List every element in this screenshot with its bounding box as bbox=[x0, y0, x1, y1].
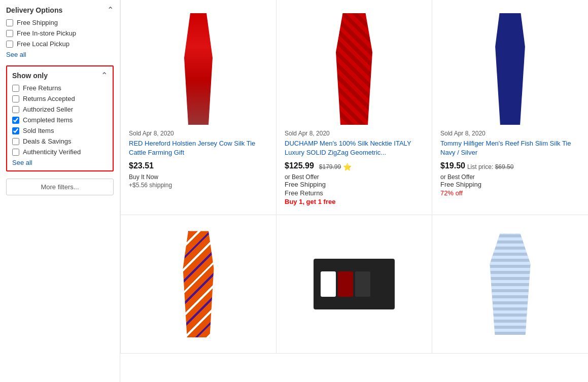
free-shipping-checkbox[interactable] bbox=[6, 19, 13, 26]
deals-savings-checkbox[interactable] bbox=[12, 138, 19, 145]
list-price: List price: $69.50 bbox=[467, 163, 513, 170]
deals-savings-label: Deals & Savings bbox=[23, 137, 71, 145]
bowtie-dark bbox=[355, 271, 370, 297]
product-card bbox=[276, 215, 432, 354]
filter-free-returns[interactable]: Free Returns bbox=[12, 84, 108, 92]
show-only-header: Show only ⌃ bbox=[12, 71, 108, 80]
filter-free-local-pickup[interactable]: Free Local Pickup bbox=[6, 40, 114, 48]
price: $23.51 bbox=[129, 161, 154, 170]
sold-date: Sold Apr 8, 2020 bbox=[285, 130, 424, 137]
product-image bbox=[493, 13, 528, 125]
filter-completed-items[interactable]: Completed Items bbox=[12, 116, 108, 124]
product-title[interactable]: Tommy Hilfiger Men's Reef Fish Slim Silk… bbox=[440, 139, 580, 157]
best-offer: or Best Offer bbox=[285, 173, 424, 181]
product-title[interactable]: RED Hereford Holstien Jersey Cow Silk Ti… bbox=[129, 139, 268, 157]
returns-accepted-checkbox[interactable] bbox=[12, 95, 19, 102]
price: $19.50 bbox=[440, 161, 465, 170]
more-filters-button[interactable]: More filters... bbox=[6, 179, 114, 195]
delivery-options-title: Delivery Options bbox=[6, 6, 62, 14]
show-only-title: Show only bbox=[12, 72, 48, 80]
free-local-label: Free Local Pickup bbox=[17, 40, 70, 48]
product-card: Sold Apr 8, 2020 DUCHAMP Men's 100% Silk… bbox=[276, 0, 432, 215]
bowtie-black bbox=[372, 271, 388, 297]
delivery-options-collapse-icon[interactable]: ⌃ bbox=[107, 5, 114, 15]
product-image-container bbox=[285, 8, 424, 130]
product-card bbox=[432, 215, 588, 354]
filter-free-instore-pickup[interactable]: Free In-store Pickup bbox=[6, 29, 114, 37]
discount-percentage: 72% off bbox=[440, 189, 580, 197]
show-only-see-all[interactable]: See all bbox=[12, 159, 108, 166]
product-image-container bbox=[285, 223, 424, 345]
product-image bbox=[178, 13, 219, 125]
sidebar: Delivery Options ⌃ Free Shipping Free In… bbox=[0, 0, 120, 382]
filter-authorized-seller[interactable]: Authorized Seller bbox=[12, 106, 108, 113]
price: $125.99 bbox=[285, 161, 314, 170]
product-image-container bbox=[440, 8, 580, 130]
authenticity-verified-checkbox[interactable] bbox=[12, 149, 19, 156]
list-price-value: $69.50 bbox=[495, 163, 514, 170]
sold-items-checkbox[interactable] bbox=[12, 127, 19, 134]
delivery-options-section: Delivery Options ⌃ Free Shipping Free In… bbox=[6, 5, 114, 58]
sold-date: Sold Apr 8, 2020 bbox=[129, 130, 268, 137]
product-image bbox=[331, 13, 377, 125]
sold-date: Sold Apr 8, 2020 bbox=[440, 130, 580, 137]
delivery-options-see-all[interactable]: See all bbox=[6, 51, 114, 58]
free-shipping: Free Shipping bbox=[285, 181, 424, 188]
filter-deals-savings[interactable]: Deals & Savings bbox=[12, 137, 108, 145]
delivery-options-header: Delivery Options ⌃ bbox=[6, 5, 114, 15]
product-image-container bbox=[129, 223, 268, 345]
filter-free-shipping[interactable]: Free Shipping bbox=[6, 19, 114, 26]
product-card: Sold Apr 8, 2020 Tommy Hilfiger Men's Re… bbox=[432, 0, 588, 215]
bowtie-white bbox=[321, 271, 336, 297]
filter-returns-accepted[interactable]: Returns Accepted bbox=[12, 95, 108, 102]
authorized-seller-checkbox[interactable] bbox=[12, 106, 19, 113]
free-shipping-label: Free Shipping bbox=[17, 19, 58, 26]
free-returns-label: Free Returns bbox=[23, 84, 61, 92]
price-row: $23.51 bbox=[129, 161, 268, 172]
product-image bbox=[178, 231, 219, 337]
product-image bbox=[485, 233, 536, 335]
free-local-checkbox[interactable] bbox=[6, 41, 13, 48]
show-only-section: Show only ⌃ Free Returns Returns Accepte… bbox=[6, 65, 114, 171]
product-image-container bbox=[129, 8, 268, 130]
product-image-container bbox=[440, 223, 580, 345]
free-instore-checkbox[interactable] bbox=[6, 30, 13, 37]
filter-authenticity-verified[interactable]: Authenticity Verified bbox=[12, 148, 108, 156]
product-grid: Sold Apr 8, 2020 RED Hereford Holstien J… bbox=[120, 0, 588, 354]
best-offer: or Best Offer bbox=[440, 173, 580, 181]
product-image bbox=[314, 259, 395, 309]
price-row: $125.99 $179.99 ⭐ bbox=[285, 161, 424, 172]
returns-accepted-label: Returns Accepted bbox=[23, 95, 75, 102]
filter-sold-items[interactable]: Sold Items bbox=[12, 127, 108, 134]
product-card: Sold Apr 8, 2020 RED Hereford Holstien J… bbox=[121, 0, 276, 215]
product-card bbox=[121, 215, 276, 354]
free-returns: Free Returns bbox=[285, 189, 424, 197]
show-only-collapse-icon[interactable]: ⌃ bbox=[101, 71, 108, 80]
completed-items-label: Completed Items bbox=[23, 116, 73, 124]
gold-star-icon: ⭐ bbox=[343, 163, 352, 171]
authorized-seller-label: Authorized Seller bbox=[23, 106, 73, 113]
free-returns-checkbox[interactable] bbox=[12, 85, 19, 92]
shipping-cost: +$5.56 shipping bbox=[129, 182, 268, 189]
authenticity-verified-label: Authenticity Verified bbox=[23, 148, 81, 156]
sold-items-label: Sold Items bbox=[23, 127, 54, 134]
free-instore-label: Free In-store Pickup bbox=[17, 29, 76, 37]
main-content: Sold Apr 8, 2020 RED Hereford Holstien J… bbox=[120, 0, 588, 382]
free-shipping: Free Shipping bbox=[440, 181, 580, 188]
bowtie-red bbox=[338, 271, 353, 297]
price-row: $19.50 List price: $69.50 bbox=[440, 161, 580, 172]
buy-it-now: Buy It Now bbox=[129, 173, 268, 181]
product-title[interactable]: DUCHAMP Men's 100% Silk Necktie ITALY Lu… bbox=[285, 139, 424, 157]
bogo-offer: Buy 1, get 1 free bbox=[285, 198, 424, 205]
completed-items-checkbox[interactable] bbox=[12, 117, 19, 124]
price-was: $179.99 bbox=[319, 163, 341, 170]
